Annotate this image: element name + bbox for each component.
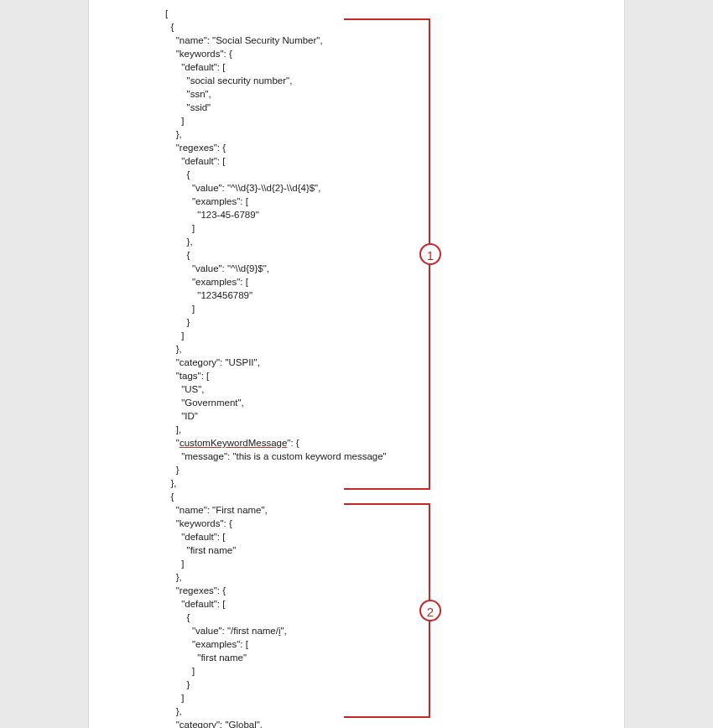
json-config-code: [ { "name": "Social Security Number", "k…	[165, 7, 526, 728]
